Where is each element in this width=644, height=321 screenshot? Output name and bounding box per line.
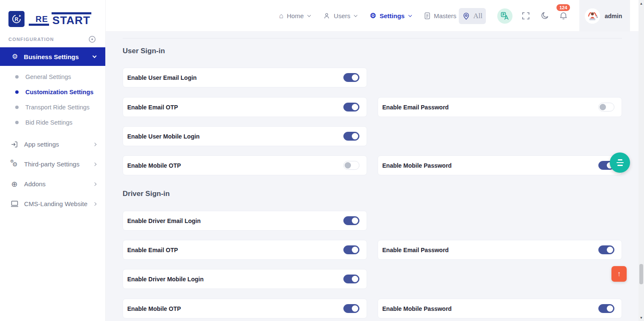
brand-wordmark: RE START [29, 12, 91, 26]
nav-users[interactable]: Users [323, 12, 357, 19]
scrollbar-down-arrow[interactable]: ▼ [639, 316, 644, 320]
page-scrollbar[interactable]: ▲ ▼ [639, 0, 644, 321]
configuration-label: CONFIGURATION [8, 37, 54, 42]
home-icon: ⌂ [279, 12, 283, 19]
sidebar-item-label: General Settings [25, 73, 71, 80]
settings-row: Enable Mobile OTP Enable Mobile Password [123, 299, 622, 318]
notifications-button[interactable] [559, 11, 568, 20]
dark-mode-button[interactable] [541, 11, 549, 20]
chevron-down-icon [354, 14, 357, 17]
scroll-to-top-button[interactable]: ↑ [611, 266, 627, 282]
map-pin-icon [462, 12, 470, 20]
nav-home[interactable]: ⌂ Home [279, 12, 310, 19]
setting-label: Enable Mobile OTP [127, 162, 181, 169]
toggle-switch[interactable] [343, 103, 359, 112]
username-label: admin [605, 13, 622, 19]
avatar [585, 8, 600, 24]
sidebar-section-header: CONFIGURATION [0, 30, 105, 47]
toggle-switch[interactable] [343, 245, 359, 254]
toggle-switch[interactable] [598, 304, 614, 313]
location-filter-select[interactable]: All [459, 8, 486, 24]
section-divider [123, 38, 622, 38]
settings-row: Enable Driver Email Login [123, 211, 622, 231]
sidebar-item-addons[interactable]: ⊕ Addons [0, 174, 105, 194]
settings-row: Enable User Email Login [123, 68, 622, 87]
toggle-switch[interactable] [598, 103, 614, 112]
sidebar-item-label: Customization Settings [25, 89, 93, 95]
chevron-right-icon [93, 162, 96, 166]
chevron-right-icon [93, 202, 96, 205]
settings-row: Enable Mobile OTP Enable Mobile Password [123, 155, 622, 175]
setting-label: Enable Email OTP [127, 247, 178, 253]
fullscreen-button[interactable] [522, 12, 529, 19]
nav-masters[interactable]: Masters [424, 12, 463, 19]
sidebar-item-app-settings[interactable]: App settings [0, 134, 105, 154]
sidebar-item-customization-settings[interactable]: Customization Settings [0, 84, 105, 100]
toggle-switch[interactable] [343, 132, 359, 141]
brand-prefix: RE [29, 15, 49, 26]
users-icon [323, 12, 330, 19]
setting-card: Enable User Mobile Login [123, 126, 367, 146]
toggle-knob [600, 104, 606, 110]
brand-logo[interactable]: R RE START [0, 0, 105, 30]
sidebar-item-label: Transport Ride Settings [25, 104, 90, 111]
toggle-switch[interactable] [598, 245, 614, 254]
sidebar-pin-icon[interactable] [88, 35, 96, 43]
sidebar-item-bid-ride-settings[interactable]: Bid Ride Settings [0, 115, 105, 130]
toggle-switch[interactable] [343, 161, 359, 170]
bullet-icon [15, 90, 19, 94]
setting-card: Enable Email OTP [123, 240, 367, 260]
setting-card: Enable Driver Email Login [123, 211, 367, 231]
scrollbar-thumb[interactable] [639, 264, 643, 284]
toggle-knob [352, 305, 358, 312]
plus-circle-icon: ⊕ [10, 180, 19, 189]
setting-label: Enable User Email Login [127, 74, 197, 81]
nav-label: Users [334, 12, 350, 19]
scrollbar-up-arrow[interactable]: ▲ [639, 2, 644, 5]
toggle-knob [352, 247, 358, 253]
bullet-icon [15, 106, 19, 109]
gear-icon: ⚙ [12, 53, 18, 60]
translate-icon [501, 12, 509, 20]
toggle-switch[interactable] [343, 304, 359, 313]
language-switcher-button[interactable] [497, 8, 512, 24]
customizer-fab-button[interactable] [610, 152, 630, 173]
sidebar-item-label: CMS-Landing Website [24, 200, 88, 207]
sidebar-item-label: Bid Ride Settings [25, 119, 72, 126]
toggle-switch[interactable] [343, 73, 359, 82]
location-filter-value: All [473, 12, 482, 20]
sidebar: R RE START CONFIGURATION ⚙ Business Sett… [0, 0, 106, 321]
toggle-switch[interactable] [343, 275, 359, 283]
setting-card: Enable Mobile OTP [123, 299, 367, 318]
bullet-icon [15, 121, 19, 124]
sidebar-item-transport-ride-settings[interactable]: Transport Ride Settings [0, 100, 105, 115]
toggle-knob [607, 247, 613, 253]
setting-label: Enable Email Password [382, 104, 449, 111]
setting-label: Enable Email Password [382, 247, 449, 253]
sidebar-item-business-settings[interactable]: ⚙ Business Settings [0, 47, 105, 66]
setting-card: Enable Email Password [378, 97, 622, 117]
sidebar-item-label: Third-party Settings [24, 160, 88, 168]
svg-text:R: R [15, 16, 19, 22]
setting-label: Enable Mobile Password [382, 305, 452, 312]
setting-card: Enable Email OTP [123, 97, 367, 117]
monitor-icon [10, 200, 19, 207]
sidebar-item-third-party-settings[interactable]: ⚙⚙ Third-party Settings [0, 154, 105, 174]
setting-label: Enable Driver Email Login [127, 218, 201, 224]
sidebar-item-cms-landing-website[interactable]: CMS-Landing Website [0, 194, 105, 214]
toggle-knob [352, 133, 358, 139]
settings-row: Enable Driver Mobile Login [123, 269, 622, 289]
nav-label: Settings [380, 12, 405, 19]
toggle-knob [352, 276, 358, 282]
nav-settings[interactable]: ⚙ Settings [370, 12, 411, 19]
toggle-knob [345, 162, 351, 169]
user-menu[interactable]: admin [579, 0, 630, 32]
sidebar-item-general-settings[interactable]: General Settings [0, 69, 105, 84]
section-title-driver-signin: Driver Sign-in [123, 188, 622, 199]
nav-label: Masters [434, 12, 456, 19]
main-nav: ⌂ Home Users ⚙ Settings [279, 0, 463, 32]
setting-card: Enable Driver Mobile Login [123, 269, 367, 289]
app-settings-icon [10, 141, 19, 148]
nav-label: Home [287, 12, 304, 19]
toggle-switch[interactable] [343, 216, 359, 225]
